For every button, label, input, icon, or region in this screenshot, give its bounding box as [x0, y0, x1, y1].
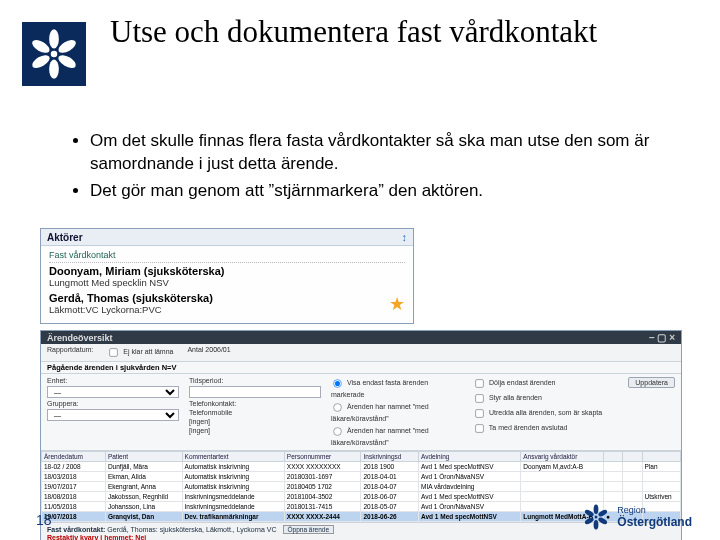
- not-ready-checkbox[interactable]: Ej klar att lämna: [107, 346, 173, 359]
- svg-point-10: [598, 516, 609, 525]
- svg-point-1: [49, 29, 59, 48]
- slide-bullets: Om det skulle finnas flera fasta vårdkon…: [60, 130, 680, 207]
- svg-point-9: [598, 509, 609, 518]
- region-name: Östergötland: [617, 515, 692, 529]
- star-icon[interactable]: ★: [389, 297, 405, 311]
- gruppera-label: Gruppera:: [47, 400, 179, 407]
- table-header-row: Ärendedatum Patient Kommentartext Person…: [42, 452, 681, 462]
- open-case-button[interactable]: Öppna ärende: [283, 525, 335, 534]
- cb3[interactable]: Utredda alla ärenden, som är skapta: [473, 407, 605, 420]
- cb1[interactable]: Dölja endast ärenden: [473, 377, 605, 390]
- svg-point-7: [595, 516, 598, 519]
- gruppera-select[interactable]: —: [47, 409, 179, 421]
- table-row[interactable]: 19/07/2017Ekengrant, AnnaAutomatisk insk…: [42, 482, 681, 492]
- svg-point-6: [30, 37, 52, 55]
- actor-1-sub: Lungmott Med specklin NSV: [49, 277, 224, 288]
- update-button[interactable]: Uppdatera: [628, 377, 675, 388]
- svg-point-8: [594, 504, 599, 514]
- bullet-2: Det gör man genom att ”stjärnmarkera” de…: [90, 180, 680, 203]
- phone-label: Telefonkontakt:: [189, 400, 321, 407]
- phone-value: Telefonmobile: [189, 409, 321, 416]
- rb2[interactable]: Ärenden har namnet ”med läkare/köravstån…: [331, 401, 463, 423]
- svg-point-13: [584, 509, 595, 518]
- window-controls-icon[interactable]: – ▢ ×: [649, 332, 675, 343]
- actors-header: Aktörer: [47, 232, 83, 243]
- cases-bar-title: Ärendeöversikt: [47, 333, 113, 343]
- actors-subheader: Fast vårdkontakt: [49, 250, 405, 263]
- region-logo: Region Östergötland: [581, 502, 692, 532]
- enhet-label: Enhet:: [47, 377, 179, 384]
- report-date-label: Rapportdatum:: [47, 346, 93, 359]
- rb1[interactable]: Visa endast fasta ärenden markerade: [331, 377, 463, 399]
- foot-names: Gerdå, Thomas: sjuksköterska, Läkmott., …: [107, 526, 276, 533]
- table-row[interactable]: 18/03/2018Ekman, AlidaAutomatisk inskriv…: [42, 472, 681, 482]
- enhet-select[interactable]: —: [47, 386, 179, 398]
- addr1: [ingen]: [189, 418, 321, 425]
- page-number: 18: [36, 512, 52, 528]
- actors-panel: Aktörer ↕ Fast vårdkontakt Doonyam, Miri…: [40, 228, 414, 324]
- slide-logo: [22, 22, 86, 86]
- count-label: Antal 2006/01: [187, 346, 230, 359]
- svg-point-4: [49, 59, 59, 78]
- actor-2-name: Gerdå, Thomas (sjuksköterska): [49, 292, 213, 304]
- addr2: [ingen]: [189, 427, 321, 434]
- svg-point-12: [584, 516, 595, 525]
- region-brand: Region: [617, 506, 692, 515]
- slide-title: Utse och dokumentera fast vårdkontakt: [110, 14, 690, 50]
- expand-icon[interactable]: ↕: [402, 231, 408, 243]
- rb3[interactable]: Ärenden har namnet ”med läkare/köravstån…: [331, 425, 463, 447]
- table-row[interactable]: 18-02 / 2008Dunfjäll, MäraAutomatisk ins…: [42, 462, 681, 472]
- tidsperiod-label: Tidsperiod:: [189, 377, 321, 384]
- cb2[interactable]: Styr alla ärenden: [473, 392, 605, 405]
- svg-point-11: [594, 520, 599, 530]
- actor-1-name: Doonyam, Miriam (sjuksköterska): [49, 265, 224, 277]
- svg-point-3: [56, 52, 78, 70]
- bullet-1: Om det skulle finnas flera fasta vårdkon…: [90, 130, 680, 176]
- svg-point-5: [30, 52, 52, 70]
- cb4[interactable]: Ta med ärenden avslutad: [473, 422, 605, 435]
- table-row[interactable]: 18/08/2018Jakobsson, RegnhildInskrivning…: [42, 492, 681, 502]
- foot-label: Fast vårdkontakt:: [47, 526, 105, 533]
- svg-point-2: [56, 37, 78, 55]
- cases-caption: Pågående ärenden i sjukvården N=V: [41, 362, 681, 374]
- tidsperiod-input[interactable]: [189, 386, 321, 398]
- svg-point-0: [51, 51, 57, 57]
- foot-red: Restaktiv kvarv i hemmet: Nej: [47, 534, 146, 540]
- actor-2-sub: Läkmott:VC Lyckorna:PVC: [49, 304, 213, 315]
